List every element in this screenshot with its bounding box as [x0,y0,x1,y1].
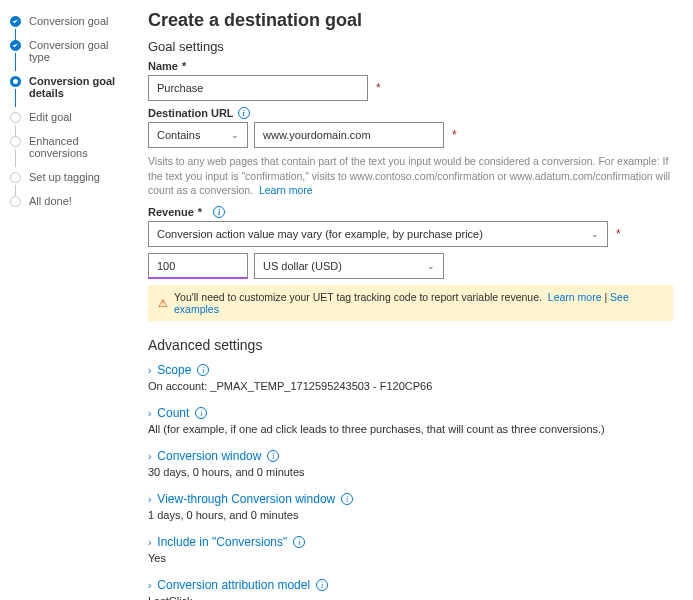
conversion-window-value: 30 days, 0 hours, and 0 minutes [148,466,673,478]
warning-banner: ⚠ You'll need to customize your UET tag … [148,285,673,321]
view-through-value: 1 days, 0 hours, and 0 minutes [148,509,673,521]
chevron-right-icon: › [148,408,151,419]
page-title: Create a destination goal [148,10,673,31]
goal-settings-heading: Goal settings [148,39,673,54]
step-conversion-goal-type[interactable]: Conversion goal type [10,39,125,63]
step-conversion-goal[interactable]: Conversion goal [10,15,125,27]
url-match-select[interactable]: Contains⌄ [148,122,248,148]
info-icon[interactable]: i [267,450,279,462]
advanced-settings-heading: Advanced settings [148,337,673,353]
info-icon[interactable]: i [197,364,209,376]
highlight-underline [148,277,248,279]
warning-icon: ⚠ [158,297,168,310]
attribution-toggle[interactable]: ›Conversion attribution modeli [148,578,673,592]
name-label: Name * [148,60,673,72]
info-icon[interactable]: i [195,407,207,419]
info-icon[interactable]: i [341,493,353,505]
currency-select[interactable]: US dollar (USD)⌄ [254,253,444,279]
include-conversions-toggle[interactable]: ›Include in "Conversions"i [148,535,673,549]
chevron-right-icon: › [148,537,151,548]
view-through-toggle[interactable]: ›View-through Conversion windowi [148,492,673,506]
chevron-down-icon: ⌄ [231,130,239,140]
chevron-right-icon: › [148,580,151,591]
scope-toggle[interactable]: ›Scopei [148,363,673,377]
learn-more-link[interactable]: Learn more [548,291,602,303]
wizard-steps: Conversion goal Conversion goal type Con… [0,0,130,600]
step-all-done[interactable]: All done! [10,195,125,207]
learn-more-link[interactable]: Learn more [259,184,313,196]
revenue-value-input[interactable] [148,253,248,279]
chevron-down-icon: ⌄ [591,229,599,239]
step-edit-goal[interactable]: Edit goal [10,111,125,123]
step-set-up-tagging[interactable]: Set up tagging [10,171,125,183]
name-input[interactable] [148,75,368,101]
count-value: All (for example, if one ad click leads … [148,423,673,435]
main-content: Create a destination goal Goal settings … [130,0,693,600]
info-icon[interactable]: i [213,206,225,218]
info-icon[interactable]: i [238,107,250,119]
conversion-window-toggle[interactable]: ›Conversion windowi [148,449,673,463]
destination-url-input[interactable] [254,122,444,148]
revenue-label: Revenue * i [148,206,673,218]
count-toggle[interactable]: ›Counti [148,406,673,420]
chevron-right-icon: › [148,365,151,376]
destination-url-label: Destination URLi [148,107,673,119]
info-icon[interactable]: i [316,579,328,591]
revenue-type-select[interactable]: Conversion action value may vary (for ex… [148,221,608,247]
step-enhanced-conversions[interactable]: Enhanced conversions [10,135,125,159]
destination-hint: Visits to any web pages that contain par… [148,154,673,198]
chevron-down-icon: ⌄ [427,261,435,271]
include-conversions-value: Yes [148,552,673,564]
attribution-value: LastClick [148,595,673,600]
scope-value: On account: _PMAX_TEMP_1712595243503 - F… [148,380,673,392]
chevron-right-icon: › [148,451,151,462]
step-conversion-goal-details[interactable]: Conversion goal details [10,75,125,99]
info-icon[interactable]: i [293,536,305,548]
chevron-right-icon: › [148,494,151,505]
